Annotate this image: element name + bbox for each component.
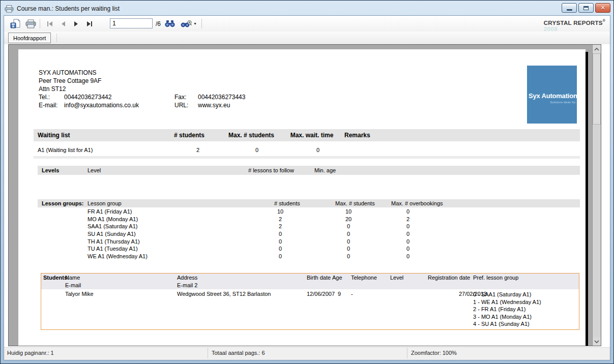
waiting-list-header: Waiting list # students Max. # students … xyxy=(34,129,580,141)
lesson-group-max-students: 0 xyxy=(347,238,350,245)
previous-page-icon xyxy=(60,21,66,27)
report-printer-icon xyxy=(5,5,14,13)
minimize-button[interactable] xyxy=(562,3,577,13)
fax-value: 00442036273443 xyxy=(198,94,245,101)
column-header: Registration date xyxy=(428,275,470,281)
last-page-button[interactable] xyxy=(83,18,96,29)
column-header: Min. age xyxy=(314,167,336,173)
lesson-group-students: 2 xyxy=(279,223,282,229)
restore-icon xyxy=(583,6,589,10)
company-address: Peer Tree Cottage 9AF xyxy=(39,77,139,85)
tab-hoofdrapport[interactable]: Hoofdrapport xyxy=(8,33,51,43)
company-block: SYX AUTOMATIONS Peer Tree Cottage 9AF At… xyxy=(39,69,139,109)
column-header: Max. wait. time xyxy=(290,132,334,139)
student-address: Wedgwood Street 36, ST12 Barlaston xyxy=(177,291,271,297)
column-header: Name xyxy=(65,275,80,281)
column-header: E-mail xyxy=(65,282,81,288)
tel-value: 00442036273442 xyxy=(64,94,111,101)
lesson-group-overbookings: 0 xyxy=(406,208,410,215)
tab-separator xyxy=(56,34,57,42)
lesson-group-students: 0 xyxy=(279,253,282,259)
column-header: # lessons to follow xyxy=(248,167,294,173)
zoom-icon xyxy=(180,20,192,28)
row-separator xyxy=(34,156,580,159)
company-attn: Attn ST12 xyxy=(39,85,139,93)
toolbar: /6 xyxy=(4,16,610,32)
find-button[interactable] xyxy=(163,18,177,29)
close-button[interactable]: ✕ xyxy=(595,3,610,13)
column-header: Max. # overbookings xyxy=(391,200,443,206)
waiting-list-row: A1 (Waiting list for A1) 2 0 0 xyxy=(34,147,580,154)
window-controls: ✕ xyxy=(562,3,610,13)
lesson-group-overbookings: 0 xyxy=(406,246,410,252)
lesson-group-row: SU A1 (Sunday A1) 0 0 0 xyxy=(38,230,580,238)
student-birth-date: 12/06/2007 xyxy=(307,291,335,297)
minimize-icon xyxy=(567,9,572,11)
export-icon xyxy=(10,19,20,28)
email-value: info@syxautomations.co.uk xyxy=(64,102,139,109)
scroll-thumb[interactable] xyxy=(593,53,601,125)
lesson-group-max-students: 0 xyxy=(347,246,350,252)
lesson-group-students: 0 xyxy=(279,238,282,245)
next-page-button[interactable] xyxy=(70,18,82,29)
lesson-group-students: 2 xyxy=(279,216,282,222)
status-zoom-factor: Zoomfactor: 100% xyxy=(408,348,610,358)
lesson-group-name: SAA1 (Saturday A1) xyxy=(87,223,137,229)
column-header: Lesson group xyxy=(87,200,122,206)
zoom-button[interactable]: ▾ xyxy=(179,18,198,29)
column-header: Waiting list xyxy=(38,132,70,139)
status-bar: Huidig paginanr.: 1 Totaal aantal pags.:… xyxy=(4,347,610,360)
lesson-group-students: 0 xyxy=(279,246,282,252)
lesson-group-students: 0 xyxy=(279,231,282,237)
app-window: Course man.: Students per waiting list ✕ xyxy=(0,0,614,364)
lesson-group-overbookings: 0 xyxy=(406,231,410,237)
scroll-up-button[interactable] xyxy=(593,45,601,53)
lesson-group-overbookings: 0 xyxy=(406,238,410,245)
student-name: Talyor Mike xyxy=(65,291,94,297)
tel-label: Tel.: xyxy=(39,93,64,101)
lesson-group-name: FR A1 (Friday A1) xyxy=(87,208,132,215)
waiting-list-students: 2 xyxy=(196,147,199,153)
window-title: Course man.: Students per waiting list xyxy=(17,5,120,12)
vertical-scrollbar[interactable] xyxy=(592,45,601,346)
url-label: URL: xyxy=(174,101,198,109)
lesson-group-row: MO A1 (Monday A1) 2 20 2 xyxy=(38,216,580,223)
first-page-button[interactable] xyxy=(44,18,56,29)
column-header: # students xyxy=(174,132,204,139)
column-header: Birth date xyxy=(307,275,331,281)
column-header: Pref. lesson group xyxy=(473,275,518,281)
print-button[interactable] xyxy=(24,18,37,29)
lesson-group-max-students: 0 xyxy=(347,223,350,229)
binoculars-icon xyxy=(164,20,176,27)
lesson-group-name: MO A1 (Monday A1) xyxy=(87,216,138,222)
previous-page-button[interactable] xyxy=(57,18,69,29)
column-header: Level xyxy=(390,275,403,281)
lesson-group-max-students: 20 xyxy=(345,216,352,222)
column-header: Remarks xyxy=(344,132,370,139)
status-current-page: Huidig paginanr.: 1 xyxy=(4,348,208,358)
lesson-group-students: 10 xyxy=(277,208,283,215)
student-telephone: - xyxy=(351,291,353,297)
students-section: Students: Name Address Birth date Age Te… xyxy=(41,273,579,330)
export-button[interactable] xyxy=(9,18,21,29)
column-header: Address xyxy=(177,275,197,281)
pref-lesson-group: 4 - SU A1 (Sunday A1) xyxy=(473,320,541,328)
zoom-dropdown-icon: ▾ xyxy=(194,21,196,26)
levels-header: Levels Level # lessons to follow Min. ag… xyxy=(38,166,580,175)
email-label: E-mail: xyxy=(39,101,64,109)
fax-label: Fax: xyxy=(174,93,198,101)
titlebar: Course man.: Students per waiting list xyxy=(5,3,552,15)
lesson-group-name: WE A1 (Wednesday A1) xyxy=(87,253,148,259)
maximize-button[interactable] xyxy=(578,3,594,13)
url-value: www.syx.eu xyxy=(198,102,230,109)
waiting-list-max-students: 0 xyxy=(255,147,258,153)
tab-strip: Hoofdrapport xyxy=(4,32,610,44)
pref-lesson-group: 2 - FR A1 (Friday A1) xyxy=(473,306,541,313)
column-header: Telephone xyxy=(351,275,377,281)
page-number-input[interactable] xyxy=(110,18,153,28)
lesson-group-max-students: 0 xyxy=(347,253,350,259)
lesson-group-overbookings: 0 xyxy=(406,253,410,259)
lesson-groups-header: Lesson groups: Lesson group # students M… xyxy=(38,199,580,207)
column-header: E-mail 2 xyxy=(177,282,197,288)
scroll-down-button[interactable] xyxy=(593,337,601,346)
